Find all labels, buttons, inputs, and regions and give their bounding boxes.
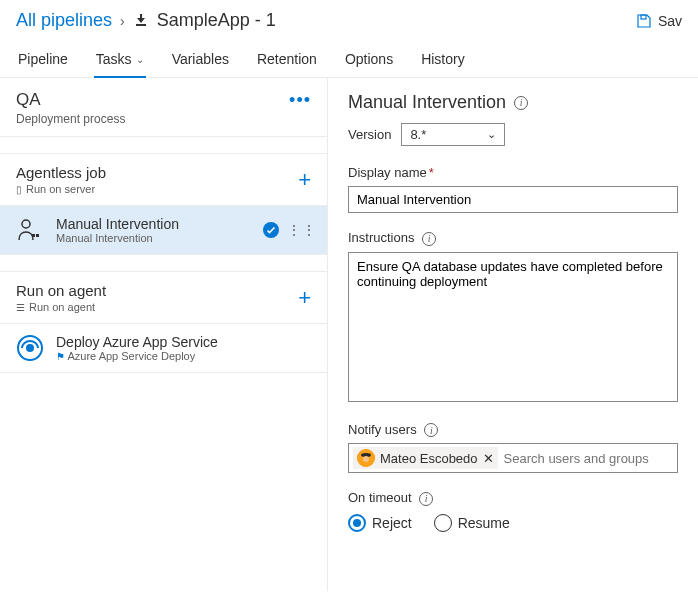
save-label: Sav xyxy=(658,13,682,29)
user-name: Mateo Escobedo xyxy=(380,451,478,466)
add-task-button[interactable]: + xyxy=(298,167,311,193)
info-icon[interactable]: i xyxy=(422,232,436,246)
task-manual-intervention[interactable]: Manual Intervention Manual Intervention … xyxy=(0,206,327,255)
tab-history[interactable]: History xyxy=(419,45,467,77)
notify-search-input[interactable] xyxy=(504,451,673,466)
job-subtitle: ☰Run on agent xyxy=(16,301,106,313)
radio-icon xyxy=(434,514,452,532)
display-name-input[interactable] xyxy=(348,186,678,213)
stage-subtitle: Deployment process xyxy=(16,112,125,126)
right-pane: Manual Intervention i Version 8.* ⌄ Disp… xyxy=(328,78,698,591)
content: QA Deployment process ••• Agentless job … xyxy=(0,78,698,591)
instructions-textarea[interactable] xyxy=(348,252,678,402)
display-name-label: Display name* xyxy=(348,165,434,180)
save-icon xyxy=(636,13,652,29)
breadcrumb-root-link[interactable]: All pipelines xyxy=(16,10,112,31)
task-title: Deploy Azure App Service xyxy=(56,334,218,350)
info-icon[interactable]: i xyxy=(419,492,433,506)
server-icon: ▯ xyxy=(16,184,22,195)
pipeline-icon xyxy=(133,13,149,29)
instructions-label: Instructions i xyxy=(348,230,436,245)
stage-header: QA Deployment process ••• xyxy=(0,78,327,137)
user-pill: Mateo Escobedo ✕ xyxy=(353,447,498,469)
tab-options[interactable]: Options xyxy=(343,45,395,77)
radio-resume[interactable]: Resume xyxy=(434,514,510,532)
chevron-right-icon: › xyxy=(120,13,125,29)
avatar xyxy=(357,449,375,467)
chevron-down-icon: ⌄ xyxy=(487,128,496,141)
notify-users-label: Notify users i xyxy=(348,422,438,437)
tab-retention[interactable]: Retention xyxy=(255,45,319,77)
agent-icon: ☰ xyxy=(16,302,25,313)
remove-user-icon[interactable]: ✕ xyxy=(483,451,494,466)
version-label: Version xyxy=(348,127,391,142)
svg-rect-4 xyxy=(36,234,39,237)
notify-users-picker[interactable]: Mateo Escobedo ✕ xyxy=(348,443,678,473)
job-run-on-agent[interactable]: Run on agent ☰Run on agent + xyxy=(0,271,327,324)
info-icon[interactable]: i xyxy=(424,423,438,437)
panel-title: Manual Intervention i xyxy=(348,92,678,113)
svg-point-10 xyxy=(363,456,369,462)
left-pane: QA Deployment process ••• Agentless job … xyxy=(0,78,328,591)
drag-grip-icon[interactable]: ⋮⋮ xyxy=(287,227,317,233)
save-button[interactable]: Sav xyxy=(636,13,682,29)
add-task-button[interactable]: + xyxy=(298,285,311,311)
task-deploy-azure-app[interactable]: Deploy Azure App Service ⚑ Azure App Ser… xyxy=(0,324,327,373)
tab-pipeline[interactable]: Pipeline xyxy=(16,45,70,77)
radio-icon xyxy=(348,514,366,532)
job-title: Agentless job xyxy=(16,164,106,181)
svg-rect-3 xyxy=(32,234,35,237)
manual-intervention-icon xyxy=(16,216,44,244)
chevron-down-icon: ⌄ xyxy=(136,54,144,65)
svg-rect-0 xyxy=(136,24,146,26)
flag-icon: ⚑ xyxy=(56,351,65,362)
more-menu-button[interactable]: ••• xyxy=(289,90,311,111)
stage-title[interactable]: QA xyxy=(16,90,125,110)
page-title: SampleApp - 1 xyxy=(157,10,276,31)
version-select[interactable]: 8.* ⌄ xyxy=(401,123,505,146)
task-subtitle: ⚑ Azure App Service Deploy xyxy=(56,350,218,362)
job-title: Run on agent xyxy=(16,282,106,299)
breadcrumb: All pipelines › SampleApp - 1 xyxy=(16,10,276,31)
tab-label: Tasks xyxy=(96,51,132,67)
job-agentless[interactable]: Agentless job ▯Run on server + xyxy=(0,153,327,206)
radio-reject[interactable]: Reject xyxy=(348,514,412,532)
check-circle-icon xyxy=(263,222,279,238)
tab-variables[interactable]: Variables xyxy=(170,45,231,77)
task-subtitle: Manual Intervention xyxy=(56,232,179,244)
on-timeout-label: On timeout i xyxy=(348,490,433,505)
header: All pipelines › SampleApp - 1 Sav xyxy=(0,0,698,39)
svg-rect-1 xyxy=(641,15,646,19)
tabs: Pipeline Tasks ⌄ Variables Retention Opt… xyxy=(0,39,698,78)
svg-point-7 xyxy=(26,344,34,352)
azure-app-service-icon xyxy=(16,334,44,362)
job-subtitle: ▯Run on server xyxy=(16,183,106,195)
tab-tasks[interactable]: Tasks ⌄ xyxy=(94,45,146,77)
task-title: Manual Intervention xyxy=(56,216,179,232)
svg-point-2 xyxy=(22,220,30,228)
info-icon[interactable]: i xyxy=(514,96,528,110)
